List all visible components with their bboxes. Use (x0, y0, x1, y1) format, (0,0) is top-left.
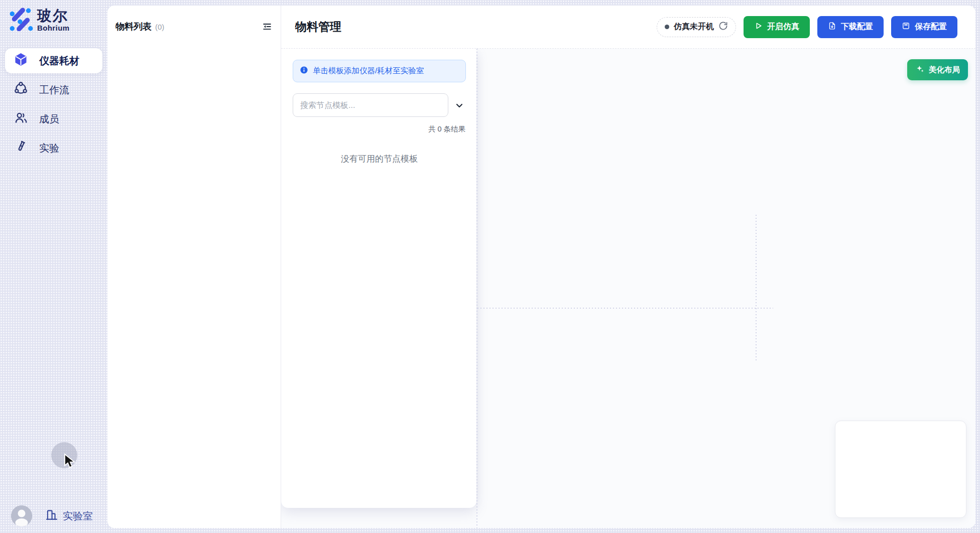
sidebar-item-members[interactable]: 成员 (5, 106, 102, 131)
sidebar-item-label: 工作流 (39, 83, 69, 97)
refresh-icon[interactable] (718, 21, 728, 33)
material-list-panel: 物料列表 (0) (107, 6, 281, 528)
info-icon (300, 66, 308, 76)
main-card: 物料列表 (0) 物料管理 仿 (107, 6, 975, 528)
header-controls: 仿真未开机 (657, 16, 957, 38)
cube-icon (14, 53, 28, 69)
button-label: 保存配置 (915, 22, 947, 32)
empty-templates-text: 没有可用的节点模板 (293, 153, 466, 165)
play-icon (754, 22, 763, 32)
flow-canvas[interactable]: 单击模板添加仪器/耗材至实验室 共 0 条结果 没有可用的节点模板 (281, 49, 975, 528)
workflow-icon (14, 82, 28, 98)
canvas-guide-vertical-1 (476, 49, 477, 528)
brand-name-en: Bohrium (37, 24, 69, 32)
mouse-cursor (63, 453, 77, 472)
brand-logo: 玻尔 Bohrium (0, 0, 107, 33)
bohrium-logo-icon (9, 7, 33, 33)
result-count: 共 0 条结果 (293, 124, 466, 134)
canvas-guide-vertical-2 (756, 215, 757, 361)
save-config-button[interactable]: 保存配置 (891, 16, 957, 38)
material-list-title: 物料列表 (115, 21, 152, 33)
page-header: 物料管理 仿真未开机 (281, 6, 975, 49)
work-area: 物料管理 仿真未开机 (281, 6, 975, 528)
members-icon (14, 111, 28, 127)
status-label: 仿真未开机 (674, 22, 714, 32)
sidebar-item-instruments[interactable]: 仪器耗材 (5, 48, 102, 73)
status-dot-icon (665, 25, 669, 29)
user-avatar[interactable] (11, 505, 32, 526)
chevron-down-icon[interactable] (453, 99, 466, 112)
template-search-input[interactable] (293, 93, 448, 117)
sidebar-item-label: 仪器耗材 (39, 54, 79, 68)
button-label: 开启仿真 (767, 22, 799, 32)
material-list-header: 物料列表 (0) (107, 6, 281, 48)
sparkles-icon (915, 64, 925, 76)
save-icon (902, 22, 910, 32)
beautify-layout-button[interactable]: 美化布局 (907, 59, 968, 80)
beautify-label: 美化布局 (929, 65, 960, 75)
app-screen: 玻尔 Bohrium 仪器耗材 (0, 0, 980, 533)
sidebar-item-label: 实验 (39, 142, 59, 155)
sidebar-item-experiments[interactable]: 实验 (5, 136, 102, 161)
sidebar-menu: 仪器耗材 工作流 (0, 48, 107, 161)
button-label: 下载配置 (841, 22, 873, 32)
material-list-count: (0) (155, 23, 164, 31)
hint-banner: 单击模板添加仪器/耗材至实验室 (293, 60, 466, 82)
lab-label: 实验室 (63, 509, 93, 523)
sidebar-item-workflow[interactable]: 工作流 (5, 77, 102, 102)
page-title: 物料管理 (295, 19, 341, 35)
canvas-guide-horizontal (477, 308, 773, 309)
canvas-minimap[interactable] (835, 421, 966, 518)
brand-name-cn: 玻尔 (37, 8, 69, 23)
start-simulation-button[interactable]: 开启仿真 (744, 16, 810, 38)
sidebar-footer: 实验室 (0, 505, 107, 526)
lab-switcher[interactable]: 实验室 (45, 508, 93, 524)
simulation-status-pill: 仿真未开机 (657, 17, 736, 37)
sidebar-item-label: 成员 (39, 112, 59, 126)
template-panel: 单击模板添加仪器/耗材至实验室 共 0 条结果 没有可用的节点模板 (281, 49, 476, 508)
building-icon (45, 508, 58, 524)
test-tube-icon (14, 140, 28, 156)
collapse-panel-button[interactable] (261, 20, 274, 33)
template-search-row (293, 93, 466, 117)
download-config-button[interactable]: 下载配置 (817, 16, 884, 38)
hint-banner-text: 单击模板添加仪器/耗材至实验室 (313, 66, 424, 76)
download-file-icon (828, 22, 836, 32)
sidebar: 玻尔 Bohrium 仪器耗材 (0, 0, 107, 533)
